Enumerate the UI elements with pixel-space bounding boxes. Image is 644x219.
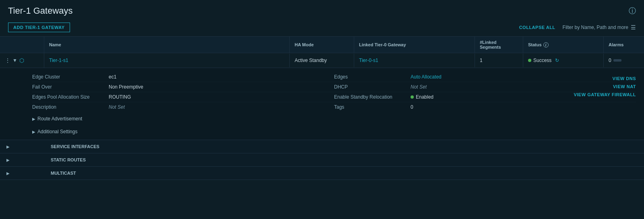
edge-cluster-value: ec1 [109, 74, 116, 80]
view-nat-link[interactable]: VIEW NAT [613, 84, 636, 89]
tags-value: 0 [411, 104, 413, 110]
additional-settings-chevron-icon: ▶ [32, 130, 35, 134]
description-value: Not Set [109, 104, 125, 110]
static-routes-row: ▶ STATIC ROUTES [0, 153, 644, 167]
add-tier1-gateway-button[interactable]: ADD TIER-1 GATEWAY [8, 23, 70, 32]
static-routes-label: STATIC ROUTES [51, 157, 86, 162]
th-alarms: Alarms [604, 37, 644, 53]
th-name: Name [44, 37, 290, 53]
row-linked-tier0[interactable]: Tier-0-s1 [354, 54, 475, 67]
multicast-label: MULTICAST [51, 171, 76, 176]
th-ha-mode: HA Mode [290, 37, 354, 53]
view-gateway-firewall-link[interactable]: VIEW GATEWAY FIREWALL [574, 92, 636, 97]
alarms-count: 0 [609, 58, 611, 63]
status-dot [528, 59, 531, 62]
description-label: Description [32, 104, 109, 110]
help-icon[interactable]: ⓘ [629, 6, 636, 16]
edges-label: Edges [334, 74, 411, 80]
dhcp-label: DHCP [334, 84, 411, 90]
alarms-bar [613, 59, 621, 62]
edges-pool-label: Edges Pool Allocation Size [32, 94, 109, 100]
tags-label: Tags [334, 104, 411, 110]
row-dots-icon[interactable]: ⋮ [5, 57, 10, 64]
service-interfaces-row: ▶ SERVICE INTERFACES [0, 140, 644, 153]
row-chevron-down-icon[interactable]: ▼ [12, 58, 17, 63]
row-alarms: 0 [604, 54, 644, 67]
enable-standby-value: Enabled [411, 94, 433, 100]
route-advertisement-chevron-icon: ▶ [32, 117, 35, 121]
table-container: Name HA Mode Linked Tier-0 Gateway #Link… [0, 36, 644, 180]
service-interfaces-label: SERVICE INTERFACES [51, 144, 99, 149]
page-title: Tier-1 Gateways [8, 6, 73, 16]
additional-settings-label: Additional Settings [37, 129, 77, 134]
row-controls: ⋮ ▼ ⬡ [0, 53, 44, 68]
row-name[interactable]: Tier-1-s1 [44, 54, 290, 67]
filter-icon[interactable]: ☰ [631, 24, 636, 31]
page-header: Tier-1 Gateways ⓘ [0, 0, 644, 20]
table-row: ⋮ ▼ ⬡ Tier-1-s1 Active Standby Tier-0-s1… [0, 53, 644, 68]
row-ha-mode: Active Standby [290, 54, 354, 67]
enable-standby-label: Enable Standby Relocation [334, 94, 411, 100]
detail-section: Edge Cluster ec1 Fail Over Non Preemptiv… [0, 68, 644, 140]
dhcp-value: Not Set [411, 84, 427, 90]
collapse-all-button[interactable]: COLLAPSE ALL [519, 25, 555, 30]
th-controls [0, 37, 44, 53]
row-status: Success ↻ [523, 54, 604, 67]
toolbar: ADD TIER-1 GATEWAY COLLAPSE ALL Filter b… [0, 20, 644, 36]
static-routes-chevron-icon[interactable]: ▶ [6, 158, 10, 162]
fail-over-label: Fail Over [32, 84, 109, 90]
enabled-dot [411, 95, 414, 99]
edge-cluster-label: Edge Cluster [32, 74, 109, 80]
action-links: VIEW DNS VIEW NAT VIEW GATEWAY FIREWALL [574, 76, 636, 97]
th-linked-segments: #Linked Segments [475, 37, 523, 53]
edges-value[interactable]: Auto Allocated [411, 74, 442, 80]
multicast-chevron-icon[interactable]: ▶ [6, 171, 10, 176]
status-refresh-icon[interactable]: ↻ [555, 58, 559, 63]
view-dns-link[interactable]: VIEW DNS [613, 76, 636, 81]
row-linked-segments: 1 [475, 54, 523, 67]
additional-settings-section: ▶ Additional Settings [32, 125, 636, 138]
status-info-icon[interactable]: i [543, 42, 549, 48]
fail-over-value: Non Preemptive [109, 84, 143, 90]
filter-text: Filter by Name, Path and more [563, 25, 628, 30]
multicast-row: ▶ MULTICAST [0, 167, 644, 180]
service-interfaces-chevron-icon[interactable]: ▶ [6, 145, 10, 149]
edges-pool-value: ROUTING [109, 94, 131, 100]
th-status: Status i [523, 37, 604, 53]
th-linked-tier0: Linked Tier-0 Gateway [354, 37, 475, 53]
detail-left-col: Edge Cluster ec1 Fail Over Non Preemptiv… [32, 72, 334, 112]
table-header: Name HA Mode Linked Tier-0 Gateway #Link… [0, 37, 644, 53]
route-advertisement-label: Route Advertisement [37, 116, 82, 122]
tier1-gateway-icon: ⬡ [19, 57, 24, 64]
route-advertisement-section: ▶ Route Advertisement [32, 112, 636, 125]
status-text: Success [533, 58, 551, 63]
